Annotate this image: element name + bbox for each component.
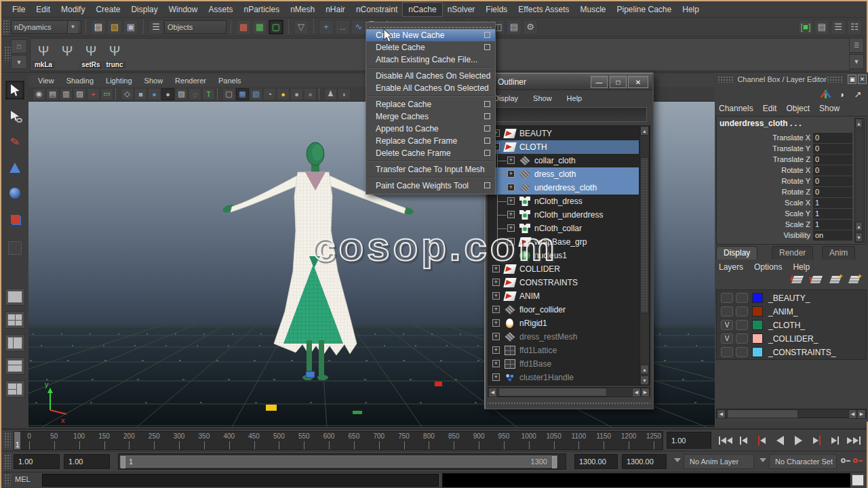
expand-toggle[interactable]: + bbox=[507, 211, 515, 218]
scroll-up-icon[interactable]: ▲ bbox=[640, 365, 649, 374]
layer-row-beauty[interactable]: _BEAUTY_ bbox=[717, 291, 866, 305]
channel-value-field[interactable]: 0 bbox=[813, 133, 852, 143]
shaded-icon[interactable]: ■ bbox=[134, 88, 147, 100]
close-button[interactable]: ✕ bbox=[628, 76, 648, 88]
selection-filter-field[interactable]: Objects bbox=[164, 20, 226, 34]
expand-toggle[interactable]: + bbox=[492, 265, 500, 272]
layer-color-swatch[interactable] bbox=[752, 347, 763, 357]
range-end-handle[interactable] bbox=[552, 456, 557, 468]
manipulator-axis-icon[interactable] bbox=[819, 89, 831, 100]
menu-help[interactable]: Help bbox=[677, 3, 705, 16]
drag-grip[interactable] bbox=[4, 454, 11, 469]
menu-modify[interactable]: Modify bbox=[56, 3, 90, 16]
isolate-select-icon[interactable]: ▢ bbox=[222, 88, 235, 100]
minimize-button[interactable]: — bbox=[591, 76, 608, 88]
move-layer-up-icon[interactable] bbox=[791, 274, 804, 285]
animation-end-field[interactable]: 1300.00 bbox=[574, 454, 618, 469]
panel-menu-panels[interactable]: Panels bbox=[218, 77, 241, 85]
bookmark-icon[interactable]: ▥ bbox=[60, 88, 73, 100]
shelf-button-item[interactable]: Ψ bbox=[56, 40, 79, 70]
outliner-horizontal-scrollbar[interactable]: ◀ ◀ ▶ bbox=[488, 387, 650, 397]
scroll-up-icon[interactable]: ▲ bbox=[640, 126, 649, 136]
channel-value-field[interactable]: 0 bbox=[813, 187, 852, 197]
channel-scrollbar[interactable]: ▲ ▲ ▼ bbox=[854, 118, 865, 243]
option-box-icon[interactable] bbox=[484, 150, 490, 156]
outliner-row-wrapbase-grp[interactable]: +wrapBase_grp bbox=[488, 235, 639, 249]
step-forward-frame-button[interactable] bbox=[827, 432, 844, 449]
outliner-row-nrigid1[interactable]: +nRigid1 bbox=[488, 317, 639, 330]
scroll-right-icon[interactable]: ▶ bbox=[857, 409, 866, 419]
layer-menu-help[interactable]: Help bbox=[793, 262, 810, 272]
scroll-left-icon[interactable]: ◀ bbox=[488, 388, 497, 397]
outliner-row-ffd1lattice[interactable]: +ffd1Lattice bbox=[488, 344, 639, 357]
save-scene-icon[interactable]: ▣ bbox=[123, 20, 138, 35]
textured-icon[interactable]: T bbox=[202, 88, 215, 100]
layer-row-collider[interactable]: V_COLLIDER_ bbox=[717, 332, 866, 346]
channel-box-toggle-icon[interactable]: ☷ bbox=[847, 20, 862, 35]
scrollbar-thumb[interactable] bbox=[640, 157, 649, 313]
menu-item-create-new-cache[interactable]: Create New Cache bbox=[366, 29, 495, 41]
yellow-ball-icon[interactable]: ● bbox=[277, 88, 290, 100]
outliner-row-beauty[interactable]: +BEAUTY bbox=[488, 127, 639, 140]
layer-visibility-toggle[interactable] bbox=[721, 306, 733, 317]
outliner-search-input[interactable] bbox=[491, 107, 647, 122]
xray-joints-icon[interactable]: ▧ bbox=[250, 88, 262, 100]
range-slider[interactable]: 1 1300 bbox=[118, 453, 566, 470]
outliner-row-ncloth-collar[interactable]: +nCloth_collar bbox=[488, 222, 639, 235]
shelf-scroll-down-icon[interactable]: ▼ bbox=[849, 54, 864, 69]
outliner-menu-show[interactable]: Show bbox=[533, 94, 552, 102]
outliner-row-underdress-cloth[interactable]: +underdress_cloth bbox=[488, 181, 639, 195]
layer-display-type-toggle[interactable] bbox=[736, 306, 748, 317]
shelf-button-trunc[interactable]: Ψtrunc bbox=[103, 40, 126, 70]
restore-button[interactable]: ▣ bbox=[848, 75, 856, 84]
layer-color-swatch[interactable] bbox=[752, 333, 763, 344]
scroll-left-icon[interactable]: ◀ bbox=[632, 388, 641, 397]
menu-muscle[interactable]: Muscle bbox=[574, 3, 611, 16]
channel-value-field[interactable]: on bbox=[813, 230, 852, 241]
move-layer-down-icon[interactable] bbox=[810, 274, 823, 285]
layer-display-type-toggle[interactable] bbox=[736, 347, 748, 357]
menu-create[interactable]: Create bbox=[90, 3, 125, 16]
expand-toggle[interactable]: + bbox=[492, 279, 500, 286]
outliner-row-nucleus1[interactable]: nucleus1 bbox=[488, 249, 639, 262]
new-layer-from-selected-icon[interactable]: ✦ bbox=[848, 274, 861, 285]
layer-display-type-toggle[interactable] bbox=[736, 333, 748, 344]
menu-item-delete-cache-frame[interactable]: Delete Cache Frame bbox=[366, 147, 495, 159]
channel-value-field[interactable]: 0 bbox=[813, 155, 852, 165]
open-scene-icon[interactable]: ▧ bbox=[107, 20, 122, 35]
tool-settings-toggle-icon[interactable]: ☰ bbox=[831, 20, 846, 35]
drag-grip[interactable] bbox=[4, 474, 11, 486]
shelf-button-setrs[interactable]: ΨsetRs bbox=[79, 40, 102, 70]
head-icon[interactable]: ◗ bbox=[338, 88, 351, 100]
render-settings-icon[interactable]: ⚙ bbox=[523, 20, 538, 35]
select-hierarchy-icon[interactable]: ▩ bbox=[236, 20, 251, 35]
shelf-editor-icon[interactable]: ☰ bbox=[849, 38, 864, 53]
image-plane-icon[interactable]: ▨ bbox=[73, 88, 86, 100]
menu-item-attach-existing-cache-file[interactable]: Attach Existing Cache File... bbox=[366, 54, 495, 66]
layer-menu-layers[interactable]: Layers bbox=[719, 262, 743, 272]
layer-color-swatch[interactable] bbox=[752, 293, 763, 303]
speed-dial-icon[interactable]: ◑ bbox=[835, 89, 848, 100]
channel-menu-channels[interactable]: Channels bbox=[719, 104, 753, 113]
shelf-button-mkla[interactable]: ΨmkLa bbox=[32, 40, 55, 70]
drag-grip[interactable] bbox=[827, 76, 844, 83]
wireframe-icon[interactable]: ◇ bbox=[121, 88, 134, 100]
show-editor-brackets-icon[interactable]: [■] bbox=[798, 20, 813, 35]
scroll-down-icon[interactable]: ▼ bbox=[640, 375, 649, 385]
expand-toggle[interactable]: + bbox=[492, 306, 500, 313]
grease-pencil-icon[interactable]: ▭ bbox=[100, 88, 113, 100]
attribute-editor-toggle-icon[interactable]: ▤ bbox=[814, 20, 829, 35]
curve-icon[interactable]: ∿ bbox=[351, 20, 366, 35]
channel-value-field[interactable]: 0 bbox=[813, 144, 852, 154]
maximize-button[interactable]: □ bbox=[610, 76, 627, 88]
time-slider-track[interactable]: 0501001502002503003504004505005506006507… bbox=[14, 431, 663, 450]
arrow-ne-icon[interactable]: ↗ bbox=[852, 89, 864, 100]
menu-item-replace-cache[interactable]: Replace Cache bbox=[366, 98, 495, 110]
drag-grip[interactable] bbox=[4, 46, 11, 61]
dark-ball-icon[interactable]: ● bbox=[304, 88, 317, 100]
channel-value-field[interactable]: 1 bbox=[813, 220, 852, 230]
menu-window[interactable]: Window bbox=[163, 3, 203, 16]
exposure-icon[interactable]: ◔ bbox=[263, 88, 276, 100]
outliner-row-ncloth-dress[interactable]: +nCloth_dress bbox=[488, 195, 639, 208]
layout-single-pane-button[interactable] bbox=[5, 288, 25, 306]
